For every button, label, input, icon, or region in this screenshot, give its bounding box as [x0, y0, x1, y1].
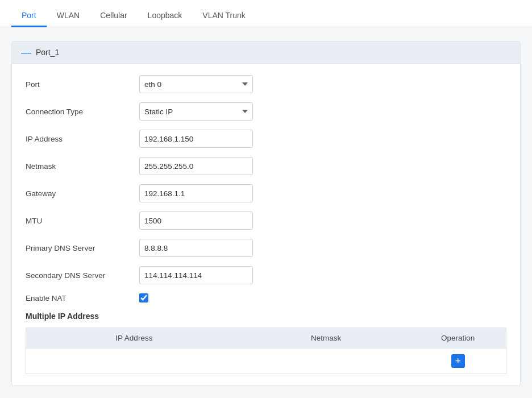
- ip-address-label: IP Address: [26, 135, 139, 143]
- tab-cellular[interactable]: Cellular: [90, 3, 137, 27]
- connection-type-row: Connection Type Static IP DHCP PPPoE: [26, 102, 506, 121]
- col-header-operation: Operation: [410, 328, 506, 349]
- multi-ip-title: Multiple IP Address: [26, 312, 506, 321]
- add-ip-button[interactable]: +: [451, 354, 465, 368]
- primary-dns-row: Primary DNS Server: [26, 239, 506, 257]
- multi-ip-table: IP Address Netmask Operation +: [26, 327, 506, 374]
- tab-bar: Port WLAN Cellular Loopback VLAN Trunk: [0, 0, 532, 27]
- add-row-cell: +: [410, 349, 506, 374]
- netmask-label: Netmask: [26, 162, 139, 171]
- primary-dns-input[interactable]: [139, 239, 253, 257]
- port-label: Port: [26, 80, 139, 89]
- section-header: — Port_1: [12, 42, 520, 64]
- tab-port[interactable]: Port: [11, 3, 47, 27]
- col-header-ipaddress: IP Address: [26, 328, 242, 349]
- section-card-port1: — Port_1 Port eth 0 eth 1 Connection Typ…: [11, 41, 521, 386]
- port-row: Port eth 0 eth 1: [26, 75, 506, 93]
- secondary-dns-row: Secondary DNS Server: [26, 266, 506, 284]
- gateway-input[interactable]: [139, 184, 253, 202]
- main-content: — Port_1 Port eth 0 eth 1 Connection Typ…: [0, 27, 532, 398]
- gateway-row: Gateway: [26, 184, 506, 202]
- multi-ip-section: Multiple IP Address IP Address Netmask O…: [26, 312, 506, 374]
- col-header-netmask: Netmask: [242, 328, 410, 349]
- enable-nat-checkbox[interactable]: [139, 293, 148, 302]
- tab-vlan-trunk[interactable]: VLAN Trunk: [192, 3, 255, 27]
- gateway-label: Gateway: [26, 189, 139, 198]
- netmask-row: Netmask: [26, 157, 506, 175]
- primary-dns-label: Primary DNS Server: [26, 244, 139, 252]
- tab-loopback[interactable]: Loopback: [138, 3, 193, 27]
- netmask-input[interactable]: [139, 157, 253, 175]
- secondary-dns-label: Secondary DNS Server: [26, 271, 139, 280]
- mtu-input[interactable]: [139, 212, 253, 230]
- ip-address-row: IP Address: [26, 130, 506, 148]
- port-select[interactable]: eth 0 eth 1: [139, 75, 253, 93]
- tab-wlan[interactable]: WLAN: [47, 3, 90, 27]
- secondary-dns-input[interactable]: [139, 266, 253, 284]
- table-row-empty: +: [26, 349, 506, 374]
- connection-type-label: Connection Type: [26, 107, 139, 116]
- mtu-label: MTU: [26, 217, 139, 225]
- mtu-row: MTU: [26, 212, 506, 230]
- section-title: Port_1: [36, 48, 59, 57]
- enable-nat-label: Enable NAT: [26, 294, 139, 302]
- collapse-icon[interactable]: —: [21, 47, 31, 57]
- enable-nat-row: Enable NAT: [26, 293, 506, 302]
- connection-type-select[interactable]: Static IP DHCP PPPoE: [139, 102, 253, 121]
- empty-netmask-cell: [242, 349, 410, 374]
- ip-address-input[interactable]: [139, 130, 253, 148]
- empty-ipaddress-cell: [26, 349, 242, 374]
- section-body: Port eth 0 eth 1 Connection Type Static …: [12, 64, 520, 385]
